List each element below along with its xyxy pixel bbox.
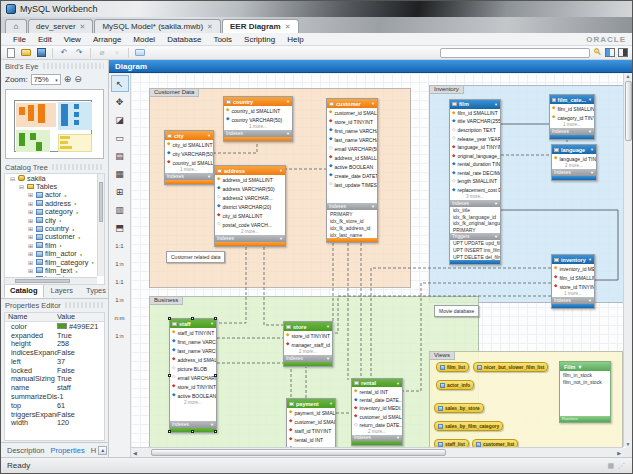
document-tab-mysql[interactable]: MySQL Model* (sakila.mwb)✕ [94,19,221,33]
property-row-expanded[interactable]: expandedTrue [5,331,104,340]
property-row-top[interactable]: top61 [5,401,104,410]
column-row[interactable]: ◆address_id SMALLINT [327,153,377,162]
tree-expander-icon[interactable]: ⊞ [27,233,34,240]
tree-expander-icon[interactable]: ⊟ [18,183,25,190]
column-row[interactable]: ◆city_id SMALLINT [165,140,213,149]
menu-arrange[interactable]: Arrange [87,35,127,44]
table-country[interactable]: country▼◆country_id SMALLINT◆country VAR… [223,96,293,142]
column-row[interactable]: ◆replacement_cost D... [450,186,500,195]
collapse-icon[interactable]: ▼ [279,168,283,173]
column-row[interactable]: ◆country_id SMALLINT [165,158,213,167]
rel-1n-nonidentifying-tool[interactable]: 1:n [111,255,129,272]
column-row[interactable]: ◇address2 VARCHAR... [215,193,285,202]
tab-close-icon[interactable]: ✕ [80,23,86,31]
menu-view[interactable]: View [58,35,87,44]
section-indexes[interactable]: Indexes▼ [327,203,377,210]
tab-description[interactable]: Description [7,446,45,455]
tree-vertical-scrollbar[interactable] [97,174,104,276]
selection-handle[interactable] [214,430,217,433]
column-row[interactable]: ◆active BOOLEAN [170,391,216,400]
document-tab-eer[interactable]: EER Diagram✕ [222,19,299,33]
column-row[interactable]: ◇picture BLOB [170,364,216,373]
section-indexes[interactable]: Indexes▼ [352,435,402,442]
new-document-button[interactable] [5,47,17,58]
toggle-sidebar-left-icon[interactable] [605,48,615,57]
table-header[interactable]: staff▼ [170,319,216,328]
title-bar[interactable]: MySQL Workbench [1,1,632,17]
column-row[interactable]: ◆language_id TINY... [552,154,596,163]
column-row[interactable]: ◇description TEXT [450,126,500,135]
table-header[interactable]: payment▼ [287,399,335,408]
section-indexes[interactable]: Indexes▼ [550,128,594,135]
table-language[interactable]: language▼◆language_id TINY...2 more...In… [551,144,597,181]
property-row-locked[interactable]: lockedFalse [5,366,104,375]
routine-group-header[interactable]: Film▼ [560,362,610,371]
property-row-triggersExpanded[interactable]: triggersExpandedFalse [5,410,104,419]
tree-horizontal-scrollbar[interactable] [5,277,97,284]
column-row[interactable]: ◆store_id TINYINT [327,117,377,126]
window-tool-button[interactable] [134,47,146,58]
expand-icon[interactable]: ▼ [494,234,498,239]
collapse-icon[interactable]: ▼ [210,321,214,326]
section-indexes[interactable]: Indexes▼ [284,355,332,362]
tab-close-icon[interactable]: ✕ [207,23,213,31]
table-header[interactable]: language▼ [552,145,596,154]
view-film_list[interactable]: film_list [436,362,469,372]
column-row[interactable]: ◆store_id TINYINT [170,382,216,391]
open-model-button[interactable] [20,47,32,58]
section-item[interactable]: idx_fk_language_id [450,213,500,220]
selection-handle[interactable] [191,430,194,433]
column-row[interactable]: ◇email VARCHAR(50) [327,144,377,153]
table-film_category[interactable]: film_cate...▼◆film_id SMALLINT◆category_… [549,94,595,140]
menu-model[interactable]: Model [127,35,161,44]
table-address[interactable]: address▼◆address_id SMALLINT◆address VAR… [214,165,286,247]
hand-tool[interactable]: ✥ [111,93,129,110]
birds-eye-minimap[interactable] [5,89,104,159]
property-row-left[interactable]: left37 [5,357,104,366]
table-customer[interactable]: customer▼◆customer_id SMALLI...◆store_id… [326,98,378,243]
menu-database[interactable]: Database [161,35,207,44]
selection-handle[interactable] [168,317,171,320]
collapse-icon[interactable]: ▼ [286,99,290,104]
zoom-combobox[interactable]: 75%▾ [31,74,61,85]
horizontal-scroll-thumb[interactable] [151,449,446,456]
property-row-indicesExpanded[interactable]: indicesExpandedFalse [5,348,104,357]
section-indexes[interactable]: Indexes▼ [552,169,596,176]
property-row-color[interactable]: color#499E21 [5,322,104,331]
column-row[interactable]: ◇return_date DATE... [352,421,402,429]
scroll-right-icon[interactable]: ▶ [615,450,623,456]
redo-button[interactable]: ↷ [73,47,85,58]
selection-handle[interactable] [214,317,217,320]
column-row[interactable]: ◆address_id SMAL... [170,355,216,364]
tab-properties[interactable]: Properties [51,446,85,455]
column-row[interactable]: ◆first_name VARCH... [170,337,216,346]
column-row[interactable]: ◇email VARCHAR(50) [170,373,216,382]
column-row[interactable]: ◆film_id SMALLINT [450,109,500,118]
section-item[interactable]: idx_fk_store_id [327,217,377,224]
column-row[interactable]: ◆store_id TINYINT [284,331,332,340]
tab-scroll-up-button[interactable]: ▲ [98,446,107,455]
column-row[interactable]: ◆inventory_id MEDI... [552,264,594,273]
table-header[interactable]: inventory▼ [552,255,594,264]
selection-handle[interactable] [214,374,217,377]
rel-11-nonidentifying-tool[interactable]: 1:1 [111,237,129,254]
column-row[interactable]: ◆staff_id TINYINT [287,426,335,435]
table-inventory[interactable]: inventory▼◆inventory_id MEDI...◆film_id … [551,254,595,309]
table-header[interactable]: film▼ [450,100,500,109]
home-tab[interactable]: ⌂ [5,19,27,33]
table-header[interactable]: store▼ [284,322,332,331]
table-staff[interactable]: staff▼◆staff_id TINYINT◆first_name VARCH… [169,318,217,433]
tree-expander-icon[interactable]: ⊟ [9,175,16,182]
rel-1n-identifying-tool[interactable]: 1:n [111,291,129,308]
routine-item[interactable]: film_not_in_stock [560,378,610,385]
expand-icon[interactable]: ▼ [494,201,498,206]
expand-icon[interactable]: ▼ [207,174,211,179]
collapse-icon[interactable]: ▼ [371,101,375,106]
section-item[interactable]: UPT INSERT ins_film [450,247,500,254]
menu-help[interactable]: Help [281,35,309,44]
tree-expander-icon[interactable]: ⊞ [27,200,34,207]
tree-expander-icon[interactable]: ⊞ [27,217,34,224]
table-header[interactable]: country▼ [224,97,292,106]
column-row[interactable]: ◆rental_rate DECIMA... [450,169,500,178]
column-row[interactable]: ◆store_id TINYINT [552,282,594,291]
